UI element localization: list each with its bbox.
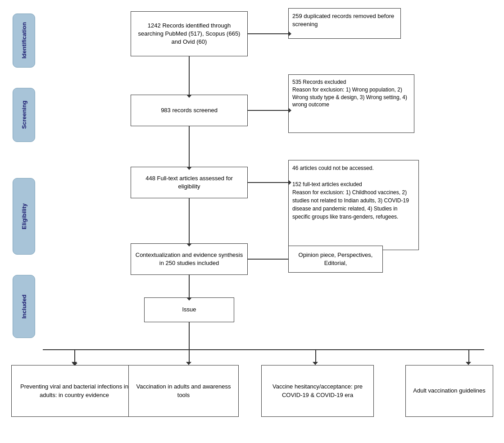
arrow-to-box4 xyxy=(468,349,469,363)
arrow-to-excluded xyxy=(248,110,288,111)
arrowhead-box1 xyxy=(72,362,77,365)
duplicated-removed-box: 259 duplicated records removed before sc… xyxy=(288,8,401,39)
arrow-to-box2 xyxy=(189,349,190,363)
opinion-piece-box: Opinion piece, Perspectives, Editorial, xyxy=(288,246,383,273)
arrow-fulltext-to-context xyxy=(189,198,190,243)
arrow-context-to-issue xyxy=(189,275,190,297)
fulltext-excluded-box: 46 articles could not be accessed. 152 f… xyxy=(288,160,419,250)
bottom-box4: Adult vaccination guidelines xyxy=(405,365,493,417)
records-identified-box: 1242 Records identified through searchin… xyxy=(131,11,248,56)
arrow-to-fulltext-excluded xyxy=(248,182,288,183)
records-excluded-box: 535 Records excluded Reason for exclusio… xyxy=(288,74,414,133)
arrow-to-box3 xyxy=(315,349,316,363)
records-screened-box: 983 records screened xyxy=(131,95,248,126)
arrow-issue-down xyxy=(189,322,190,349)
arrow-to-box1 xyxy=(74,349,75,363)
stage-identification: Identification xyxy=(13,14,35,68)
arrowhead-box3 xyxy=(313,362,318,365)
fulltext-assessed-box: 448 Full-text articles assessed for elig… xyxy=(131,167,248,198)
arrowhead-box4 xyxy=(466,362,471,365)
prisma-diagram: Identification Screening Eligibility Inc… xyxy=(0,0,504,443)
bottom-h-line xyxy=(43,349,484,350)
stage-included: Included xyxy=(13,275,35,338)
arrowhead-box2 xyxy=(186,362,191,365)
contextualization-box: Contextualization and evidence synthesis… xyxy=(131,243,248,275)
arrow-to-duplicated xyxy=(248,33,288,34)
bottom-box1: Preventing viral and bacterial infection… xyxy=(11,365,137,417)
arrow-id-to-screen xyxy=(189,56,190,95)
arrow-to-opinion xyxy=(248,259,288,260)
stage-eligibility: Eligibility xyxy=(13,178,35,255)
bottom-box3: Vaccine hesitancy/acceptance: pre COVID-… xyxy=(261,365,374,417)
issue-box: Issue xyxy=(144,297,234,322)
bottom-box2: Vaccination in adults and awareness tool… xyxy=(128,365,239,417)
stage-screening: Screening xyxy=(13,88,35,142)
arrow-screen-to-fulltext xyxy=(189,126,190,167)
